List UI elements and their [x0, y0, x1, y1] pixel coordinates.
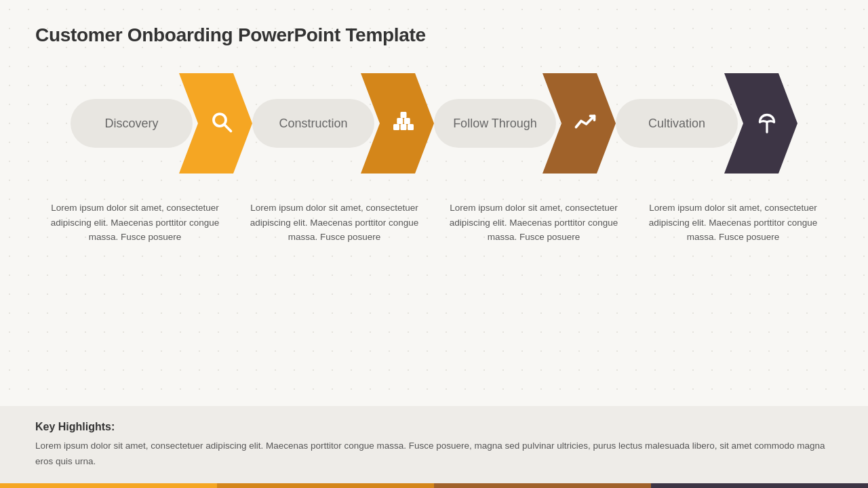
- highlights-title: Key Highlights:: [35, 421, 833, 433]
- step-arrow-construction: [361, 73, 434, 174]
- svg-rect-5: [400, 124, 406, 130]
- step-icon-cultivation: [755, 110, 779, 137]
- svg-rect-9: [400, 112, 406, 118]
- desc-follow-through: Lorem ipsum dolor sit amet, consectetuer…: [441, 201, 627, 245]
- step-group-discovery: Discovery: [71, 73, 252, 174]
- desc-construction: Lorem ipsum dolor sit amet, consectetuer…: [241, 201, 427, 245]
- bottom-section: Key Highlights: Lorem ipsum dolor sit am…: [0, 406, 868, 488]
- color-bar-seg-1: [217, 483, 434, 488]
- step-label-discovery: Discovery: [71, 99, 193, 148]
- desc-cultivation: Lorem ipsum dolor sit amet, consectetuer…: [640, 201, 826, 245]
- color-bar: [0, 483, 868, 488]
- color-bar-seg-3: [651, 483, 868, 488]
- step-group-follow-through: Follow Through: [434, 73, 616, 174]
- step-icon-follow-through: [573, 110, 597, 137]
- step-label-construction: Construction: [252, 99, 374, 148]
- svg-rect-6: [408, 124, 414, 130]
- step-icon-construction: [391, 110, 416, 137]
- svg-rect-7: [397, 118, 403, 124]
- svg-rect-8: [403, 118, 410, 124]
- step-group-construction: Construction: [252, 73, 434, 174]
- step-arrow-cultivation: [724, 73, 797, 174]
- highlights-text: Lorem ipsum dolor sit amet, consectetuer…: [35, 439, 833, 469]
- svg-rect-4: [393, 124, 399, 130]
- svg-line-2: [224, 125, 231, 131]
- color-bar-seg-0: [0, 483, 217, 488]
- color-bar-seg-2: [434, 483, 651, 488]
- step-group-cultivation: Cultivation: [616, 73, 797, 174]
- flow-container: DiscoveryConstructionFollow ThroughCulti…: [35, 73, 833, 174]
- page-title: Customer Onboarding PowerPoint Template: [35, 24, 833, 46]
- step-label-cultivation: Cultivation: [616, 99, 738, 148]
- step-arrow-discovery: [179, 73, 252, 174]
- step-icon-discovery: [210, 110, 234, 137]
- desc-discovery: Lorem ipsum dolor sit amet, consectetuer…: [42, 201, 228, 245]
- descriptions-row: Lorem ipsum dolor sit amet, consectetuer…: [35, 201, 833, 245]
- step-arrow-follow-through: [542, 73, 616, 174]
- step-label-follow-through: Follow Through: [434, 99, 556, 148]
